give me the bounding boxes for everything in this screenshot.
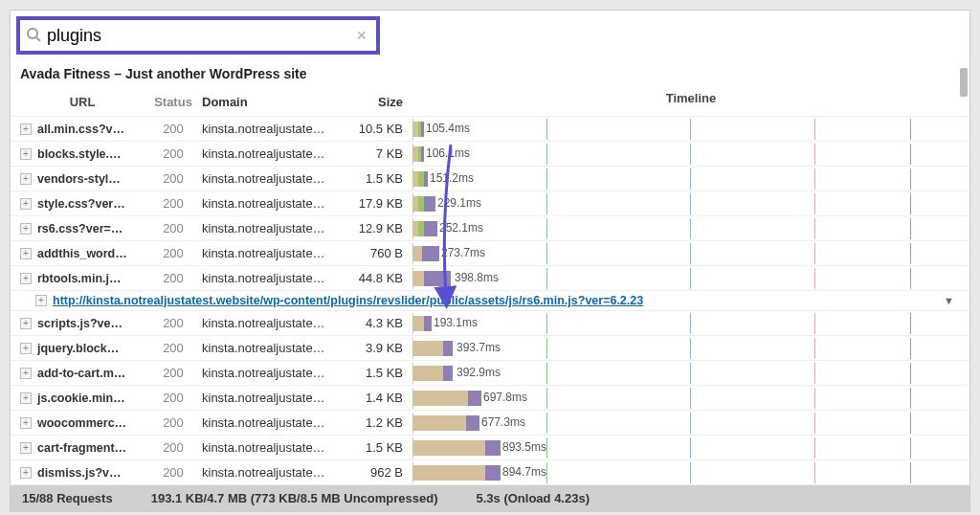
- expand-button[interactable]: +: [35, 295, 47, 306]
- expand-button[interactable]: +: [20, 148, 32, 160]
- table-row[interactable]: + js.cookie.min… 200 kinsta.notrealjusta…: [11, 386, 969, 411]
- request-status: 200: [145, 221, 202, 235]
- table-row[interactable]: + all.min.css?v… 200 kinsta.notrealjusta…: [11, 117, 969, 142]
- request-status: 200: [145, 366, 202, 380]
- expand-button[interactable]: +: [20, 467, 32, 479]
- table-row[interactable]: + rbtools.min.j… 200 kinsta.notrealjusta…: [11, 266, 969, 291]
- table-row[interactable]: + cart-fragment… 200 kinsta.notrealjusta…: [11, 436, 969, 460]
- expand-button[interactable]: +: [20, 198, 32, 210]
- request-url[interactable]: blocks.style.…: [37, 147, 122, 161]
- request-status: 200: [145, 271, 202, 285]
- request-url[interactable]: vendors-styl…: [37, 172, 121, 186]
- request-size: 1.5 KB: [345, 440, 412, 455]
- request-url[interactable]: woocommerc…: [37, 416, 126, 430]
- col-header-timeline[interactable]: Timeline: [412, 91, 969, 112]
- request-size: 1.2 KB: [345, 415, 412, 430]
- request-size: 3.9 KB: [345, 341, 412, 355]
- request-status: 200: [145, 171, 202, 186]
- request-timeline: 106.1ms: [412, 144, 969, 165]
- table-row[interactable]: + dismiss.js?v… 200 kinsta.notrealjustat…: [11, 460, 969, 485]
- expanded-request-row[interactable]: + http://kinsta.notrealjustatest.website…: [11, 291, 969, 311]
- expand-button[interactable]: +: [20, 248, 32, 259]
- request-domain: kinsta.notrealjustate…: [202, 246, 345, 260]
- request-url[interactable]: addthis_word…: [37, 247, 127, 260]
- request-url[interactable]: add-to-cart.m…: [37, 367, 125, 380]
- request-domain: kinsta.notrealjustate…: [202, 221, 345, 235]
- request-timeline: 392.9ms: [412, 363, 969, 384]
- request-url[interactable]: jquery.block…: [37, 342, 119, 355]
- search-box[interactable]: ×: [16, 16, 380, 55]
- expand-button[interactable]: +: [20, 123, 32, 135]
- request-size: 4.3 KB: [345, 316, 412, 330]
- table-row[interactable]: + blocks.style.… 200 kinsta.notrealjusta…: [11, 142, 969, 167]
- request-status: 200: [145, 246, 202, 260]
- request-size: 7 KB: [345, 146, 412, 161]
- col-header-status[interactable]: Status: [145, 95, 202, 109]
- scrollbar[interactable]: [960, 68, 968, 97]
- request-url[interactable]: scripts.js?ve…: [37, 317, 122, 330]
- expand-button[interactable]: +: [20, 392, 32, 404]
- request-url[interactable]: all.min.css?v…: [37, 123, 124, 136]
- request-size: 44.8 KB: [345, 271, 412, 285]
- col-header-domain[interactable]: Domain: [202, 95, 345, 109]
- request-timeline: 677.3ms: [412, 413, 969, 434]
- request-timeline: 697.8ms: [412, 388, 969, 409]
- summary-footer: 15/88 Requests 193.1 KB/4.7 MB (773 KB/8…: [11, 485, 969, 511]
- request-status: 200: [145, 341, 202, 355]
- request-status: 200: [145, 196, 202, 211]
- request-url[interactable]: cart-fragment…: [37, 441, 126, 455]
- request-domain: kinsta.notrealjustate…: [202, 341, 345, 355]
- request-timeline: 193.1ms: [412, 313, 969, 334]
- request-timeline: 894.7ms: [412, 462, 969, 483]
- expand-button[interactable]: +: [20, 318, 32, 329]
- expand-button[interactable]: +: [20, 173, 32, 185]
- table-row[interactable]: + jquery.block… 200 kinsta.notrealjustat…: [11, 336, 969, 361]
- expand-button[interactable]: +: [20, 442, 32, 454]
- expand-button[interactable]: +: [20, 343, 32, 354]
- request-domain: kinsta.notrealjustate…: [202, 316, 345, 330]
- table-row[interactable]: + vendors-styl… 200 kinsta.notrealjustat…: [11, 167, 969, 191]
- expand-button[interactable]: +: [20, 368, 32, 379]
- request-url[interactable]: dismiss.js?v…: [37, 466, 122, 480]
- search-input[interactable]: [47, 26, 352, 46]
- col-header-size[interactable]: Size: [345, 95, 412, 109]
- table-row[interactable]: + rs6.css?ver=… 200 kinsta.notrealjustat…: [11, 216, 969, 241]
- expand-button[interactable]: +: [20, 417, 32, 429]
- expand-button[interactable]: +: [20, 223, 32, 235]
- request-timeline: 398.8ms: [412, 268, 969, 289]
- table-row[interactable]: + woocommerc… 200 kinsta.notrealjustate……: [11, 411, 969, 436]
- clear-icon[interactable]: ×: [352, 26, 370, 46]
- chevron-down-icon[interactable]: ▼: [944, 295, 960, 306]
- footer-size: 193.1 KB/4.7 MB (773 KB/8.5 MB Uncompres…: [151, 491, 438, 505]
- table-row[interactable]: + scripts.js?ve… 200 kinsta.notrealjusta…: [11, 311, 969, 336]
- request-domain: kinsta.notrealjustate…: [202, 465, 345, 480]
- col-header-url[interactable]: URL: [11, 95, 145, 109]
- page-title: Avada Fitness – Just another WordPress s…: [11, 60, 969, 87]
- request-timeline: 893.5ms: [412, 437, 969, 459]
- network-panel: × Avada Fitness – Just another WordPress…: [10, 10, 970, 512]
- request-domain: kinsta.notrealjustate…: [202, 271, 345, 285]
- request-url[interactable]: js.cookie.min…: [37, 392, 125, 405]
- request-timeline: 105.4ms: [412, 119, 969, 140]
- request-size: 1.5 KB: [345, 366, 412, 380]
- footer-timing: 5.3s (Onload 4.23s): [477, 491, 590, 505]
- request-size: 1.5 KB: [345, 171, 412, 186]
- expand-button[interactable]: +: [20, 273, 32, 284]
- table-row[interactable]: + add-to-cart.m… 200 kinsta.notrealjusta…: [11, 361, 969, 386]
- request-url[interactable]: rs6.css?ver=…: [37, 222, 122, 235]
- request-url[interactable]: style.css?ver…: [37, 197, 125, 211]
- request-status: 200: [145, 415, 202, 430]
- request-status: 200: [145, 440, 202, 455]
- request-status: 200: [145, 391, 202, 405]
- request-domain: kinsta.notrealjustate…: [202, 440, 345, 455]
- request-domain: kinsta.notrealjustate…: [202, 196, 345, 211]
- request-status: 200: [145, 146, 202, 161]
- table-row[interactable]: + addthis_word… 200 kinsta.notrealjustat…: [11, 241, 969, 266]
- request-size: 962 B: [345, 465, 412, 480]
- footer-requests: 15/88 Requests: [22, 491, 113, 505]
- expanded-url-link[interactable]: http://kinsta.notrealjustatest.website/w…: [53, 294, 643, 307]
- request-timeline: 151.2ms: [412, 168, 969, 190]
- svg-point-0: [28, 29, 37, 38]
- table-row[interactable]: + style.css?ver… 200 kinsta.notrealjusta…: [11, 191, 969, 216]
- request-url[interactable]: rbtools.min.j…: [37, 272, 122, 285]
